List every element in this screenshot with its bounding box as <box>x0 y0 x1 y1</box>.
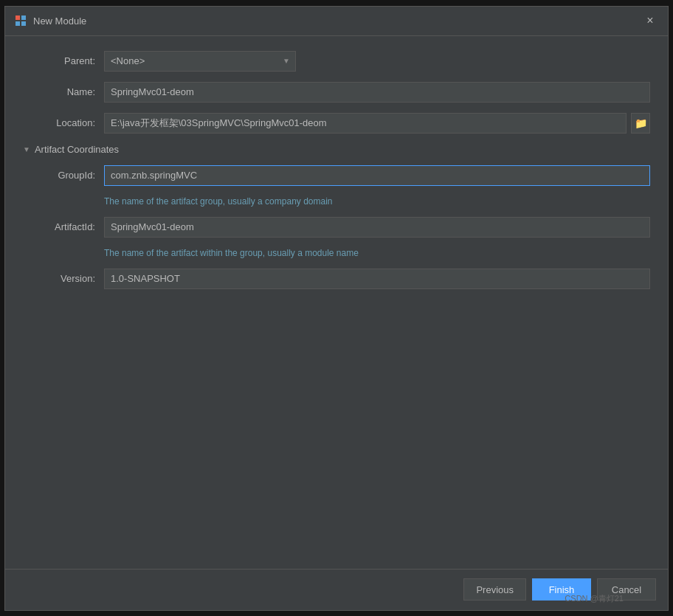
previous-button[interactable]: Previous <box>463 578 526 601</box>
groupid-input[interactable] <box>104 165 650 186</box>
artifactid-field <box>104 217 650 238</box>
version-label: Version: <box>23 273 104 284</box>
folder-icon: 📁 <box>635 117 647 129</box>
artifact-section-header[interactable]: ▼ Artifact Coordinates <box>23 144 650 155</box>
groupid-label: GroupId: <box>23 170 104 181</box>
version-field <box>104 269 650 289</box>
svg-rect-2 <box>15 21 20 26</box>
name-input[interactable] <box>104 82 650 103</box>
artifactid-row: ArtifactId: <box>23 217 650 238</box>
artifactid-input[interactable] <box>104 217 650 238</box>
artifact-section-label: Artifact Coordinates <box>35 144 119 155</box>
dialog-content: Parent: <None> ▼ Name: Location: <box>5 36 668 569</box>
location-wrapper: 📁 <box>104 113 650 134</box>
dialog-overlay: New Module × Parent: <None> ▼ Name: <box>0 0 673 616</box>
name-field <box>104 82 650 103</box>
close-button[interactable]: × <box>641 12 659 30</box>
groupid-hint: The name of the artifact group, usually … <box>23 196 650 207</box>
parent-row: Parent: <None> ▼ <box>23 51 650 72</box>
browse-button[interactable]: 📁 <box>631 113 650 134</box>
new-module-dialog: New Module × Parent: <None> ▼ Name: <box>4 6 669 611</box>
name-row: Name: <box>23 82 650 103</box>
name-label: Name: <box>23 86 104 97</box>
watermark-text: CSDN @青灯21 <box>565 593 624 604</box>
version-input[interactable] <box>104 269 650 289</box>
parent-label: Parent: <box>23 55 104 66</box>
groupid-row: GroupId: <box>23 165 650 186</box>
version-row: Version: <box>23 269 650 289</box>
parent-dropdown-wrapper: <None> ▼ <box>104 51 296 72</box>
svg-rect-0 <box>15 15 20 20</box>
groupid-field <box>104 165 650 186</box>
artifactid-hint: The name of the artifact within the grou… <box>23 248 650 258</box>
location-row: Location: 📁 <box>23 113 650 134</box>
location-input[interactable] <box>104 113 627 134</box>
title-bar: New Module × <box>5 7 668 36</box>
parent-dropdown[interactable]: <None> <box>104 51 296 72</box>
dialog-icon <box>14 14 27 27</box>
dialog-title: New Module <box>33 15 641 27</box>
location-label: Location: <box>23 117 104 128</box>
svg-rect-1 <box>21 15 26 20</box>
collapse-arrow-icon: ▼ <box>23 145 30 153</box>
svg-rect-3 <box>21 21 26 26</box>
artifactid-label: ArtifactId: <box>23 221 104 232</box>
